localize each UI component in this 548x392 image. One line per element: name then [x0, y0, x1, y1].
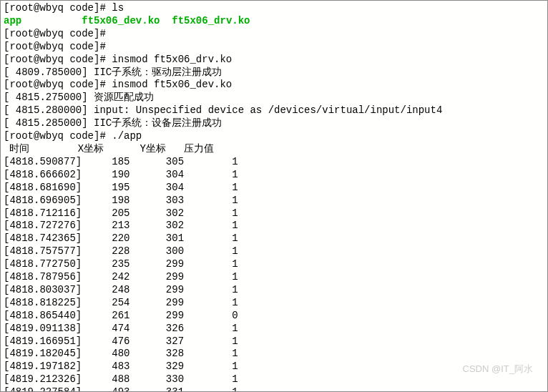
cmd-line-run-app: [root@wbyq code]# ./app [4, 130, 544, 143]
kernel-msg-drv-reg: [ 4809.785000] IIC子系统：驱动层注册成功 [4, 67, 544, 79]
table-row: [4818.666602] 190 304 1 [4, 169, 544, 182]
table-row: [4818.742365] 220 301 1 [4, 232, 544, 245]
kernel-msg-input-dev: [ 4815.280000] input: Unspecified device… [4, 104, 544, 117]
table-row: [4818.727276] 213 302 1 [4, 220, 544, 232]
table-header: 时间 X坐标 Y坐标 压力值 [4, 143, 544, 156]
table-row: [4818.772750] 235 299 1 [4, 258, 544, 271]
table-row: [4818.590877] 185 305 1 [4, 156, 544, 169]
table-row: [4819.091138] 474 326 1 [4, 323, 544, 335]
ls-output: app ft5x06_dev.ko ft5x06_drv.ko [4, 15, 544, 28]
terminal-output[interactable]: [root@wbyq code]# ls app ft5x06_dev.ko f… [4, 2, 544, 392]
table-row: [4818.818225] 254 299 1 [4, 297, 544, 310]
table-row: [4818.803037] 248 299 1 [4, 284, 544, 297]
table-row: [4818.757577] 228 300 1 [4, 245, 544, 258]
table-row: [4818.712116] 205 302 1 [4, 207, 544, 220]
table-row: [4818.681690] 195 304 1 [4, 182, 544, 195]
table-row: [4818.865440] 261 299 0 [4, 310, 544, 323]
table-row: [4818.696905] 198 303 1 [4, 195, 544, 207]
cmd-line-insmod-drv: [root@wbyq code]# insmod ft5x06_drv.ko [4, 54, 544, 67]
cmd-line-insmod-dev: [root@wbyq code]# insmod ft5x06_dev.ko [4, 79, 544, 92]
table-row: [4819.182045] 480 328 1 [4, 348, 544, 361]
table-row: [4819.197182] 483 329 1 [4, 361, 544, 373]
data-rows: [4818.590877] 185 305 1[4818.666602] 190… [4, 156, 544, 392]
cmd-line-empty: [root@wbyq code]# [4, 41, 544, 54]
table-row: [4819.166951] 476 327 1 [4, 335, 544, 348]
kernel-msg-dev-reg: [ 4815.285000] IIC子系统：设备层注册成功 [4, 117, 544, 130]
table-row: [4819.212326] 488 330 1 [4, 373, 544, 386]
kernel-msg-res-match: [ 4815.275000] 资源匹配成功 [4, 92, 544, 104]
cmd-line-ls: [root@wbyq code]# ls [4, 2, 544, 15]
table-row: [4818.787956] 242 299 1 [4, 271, 544, 284]
table-row: [4819.227584] 493 331 1 [4, 386, 544, 392]
cmd-line-empty: [root@wbyq code]# [4, 28, 544, 41]
